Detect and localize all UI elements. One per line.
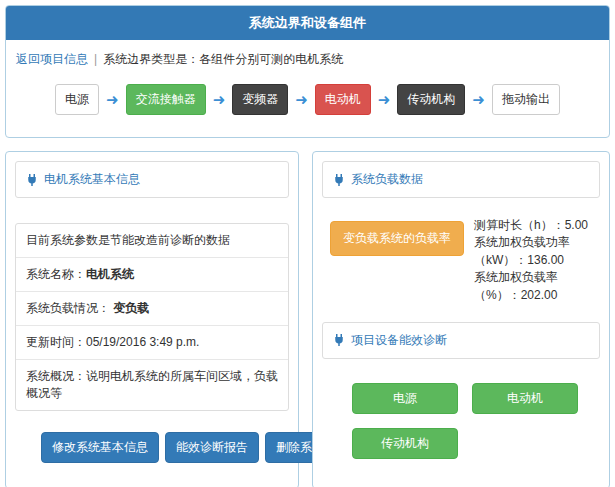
diagnose-transmission-button[interactable]: 传动机构 (352, 428, 458, 459)
boundary-type-text: 系统边界类型是：各组件分别可测的电机系统 (103, 52, 343, 66)
system-flow-diagram: 电源 ➜ 交流接触器 ➜ 变频器 ➜ 电动机 ➜ 传动机构 ➜ 拖动输出 (14, 76, 601, 127)
motor-system-info-panel: 电机系统基本信息 目前系统参数是节能改造前诊断的数据 系统名称：电机系统 系统负… (5, 151, 299, 487)
diagnose-power-supply-button[interactable]: 电源 (352, 383, 458, 414)
plug-icon (333, 173, 345, 187)
flow-node-transmission[interactable]: 传动机构 (397, 84, 465, 115)
flow-node-drive-output[interactable]: 拖动输出 (492, 84, 560, 115)
boundary-panel-body: 返回项目信息|系统边界类型是：各组件分别可测的电机系统 电源 ➜ 交流接触器 ➜… (6, 40, 609, 137)
arrow-right-icon: ➜ (472, 92, 485, 107)
motor-system-info-header: 电机系统基本信息 (15, 161, 289, 198)
equipment-diagnosis-title: 项目设备能效诊断 (351, 332, 447, 349)
system-name-value: 电机系统 (86, 267, 134, 281)
diagnose-motor-button[interactable]: 电动机 (472, 383, 578, 414)
system-info-list: 目前系统参数是节能改造前诊断的数据 系统名称：电机系统 系统负载情况： 变负载 … (15, 223, 289, 411)
page: 系统边界和设备组件 返回项目信息|系统边界类型是：各组件分别可测的电机系统 电源… (0, 0, 615, 487)
arrow-right-icon: ➜ (295, 92, 308, 107)
load-condition-label: 系统负载情况： (26, 301, 113, 315)
load-data-row: 变负载系统的负载率 测算时长（h）：5.00 系统加权负载功率（kW）：136.… (330, 217, 600, 304)
list-item-system-overview: 系统概况：说明电机系统的所属车间区域，负载概况等 (16, 359, 288, 410)
boundary-panel: 系统边界和设备组件 返回项目信息|系统边界类型是：各组件分别可测的电机系统 电源… (5, 5, 610, 138)
efficiency-report-button[interactable]: 能效诊断报告 (165, 432, 259, 463)
equipment-diagnosis-header: 项目设备能效诊断 (322, 322, 600, 359)
system-overview-text: 系统概况：说明电机系统的所属车间区域，负载概况等 (26, 369, 278, 400)
system-actions: 修改系统基本信息 能效诊断报告 删除系统 (41, 432, 289, 463)
metric-weighted-rate: 系统加权负载率（%）：202.00 (474, 269, 600, 304)
arrow-right-icon: ➜ (213, 92, 226, 107)
breadcrumb-divider: | (94, 52, 97, 66)
metric-weighted-power: 系统加权负载功率（kW）：136.00 (474, 234, 600, 269)
note-text: 目前系统参数是节能改造前诊断的数据 (26, 233, 230, 247)
diagnosis-buttons: 电源 电动机 传动机构 (352, 383, 592, 459)
flow-node-power-supply[interactable]: 电源 (55, 84, 99, 115)
system-name-label: 系统名称： (26, 267, 86, 281)
system-load-title: 系统负载数据 (351, 171, 423, 188)
arrow-right-icon: ➜ (106, 92, 119, 107)
list-item-system-name: 系统名称：电机系统 (16, 257, 288, 291)
content-columns: 电机系统基本信息 目前系统参数是节能改造前诊断的数据 系统名称：电机系统 系统负… (5, 151, 610, 487)
list-item-note: 目前系统参数是节能改造前诊断的数据 (16, 224, 288, 257)
motor-system-info-title: 电机系统基本信息 (44, 171, 140, 188)
flow-node-ac-contactor[interactable]: 交流接触器 (126, 84, 206, 115)
flow-node-inverter[interactable]: 变频器 (232, 84, 288, 115)
plug-icon (333, 333, 345, 347)
metric-duration: 测算时长（h）：5.00 (474, 217, 600, 234)
flow-node-motor[interactable]: 电动机 (315, 84, 371, 115)
system-load-header: 系统负载数据 (322, 161, 600, 198)
update-time-text: 更新时间：05/19/2016 3:49 p.m. (26, 335, 199, 349)
list-item-load-condition: 系统负载情况： 变负载 (16, 291, 288, 325)
list-item-update-time: 更新时间：05/19/2016 3:49 p.m. (16, 325, 288, 359)
system-load-panel: 系统负载数据 变负载系统的负载率 测算时长（h）：5.00 系统加权负载功率（k… (312, 151, 610, 487)
load-metrics: 测算时长（h）：5.00 系统加权负载功率（kW）：136.00 系统加权负载率… (474, 217, 600, 304)
arrow-right-icon: ➜ (378, 92, 391, 107)
load-condition-value: 变负载 (113, 301, 149, 315)
page-title: 系统边界和设备组件 (6, 6, 609, 40)
plug-icon (26, 173, 38, 187)
edit-system-info-button[interactable]: 修改系统基本信息 (41, 432, 159, 463)
variable-load-rate-button[interactable]: 变负载系统的负载率 (330, 221, 464, 256)
back-to-project-link[interactable]: 返回项目信息 (16, 52, 88, 66)
breadcrumb: 返回项目信息|系统边界类型是：各组件分别可测的电机系统 (14, 47, 601, 76)
